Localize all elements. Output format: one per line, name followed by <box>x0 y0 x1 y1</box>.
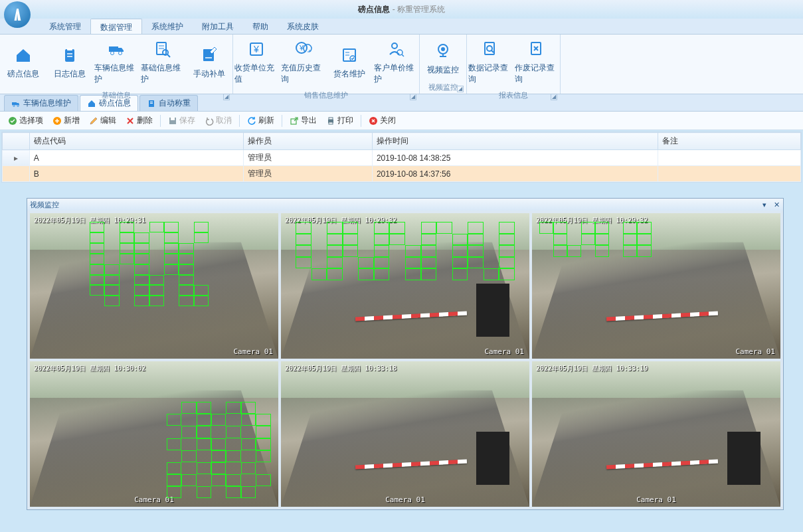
table-cell: B <box>29 166 244 182</box>
ribbon-btn-label: 数据记录查询 <box>468 62 512 85</box>
table-row[interactable]: B管理员2019-10-08 14:37:56 <box>3 166 801 182</box>
select-button[interactable]: 选择项 <box>4 114 47 128</box>
table-cell: 2019-10-08 14:38:25 <box>372 150 658 166</box>
camera-feed-2[interactable]: 2022年05月19日 星期四 10:29:32Camera 01 <box>281 213 529 359</box>
expand-icon[interactable]: ◢ <box>223 94 230 100</box>
row-indicator-header <box>3 133 30 150</box>
app-logo-icon <box>4 1 31 28</box>
video-panel-titlebar[interactable]: 视频监控 ▾ ✕ <box>27 199 783 211</box>
expand-icon[interactable]: ◢ <box>410 94 416 100</box>
svg-point-6 <box>119 52 122 55</box>
ribbon-group-label: 报表信息◢ <box>467 89 560 102</box>
pound-info-button[interactable]: 磅点信息 <box>0 35 46 89</box>
video-monitor-button[interactable]: 视频监控 <box>420 35 466 81</box>
svg-point-5 <box>111 52 114 55</box>
data-grid[interactable]: 磅点代码操作员操作时间备注 ▸A管理员2019-10-08 14:38:25B管… <box>2 132 801 182</box>
data-grid-container: 磅点代码操作员操作时间备注 ▸A管理员2019-10-08 14:38:25B管… <box>1 132 802 183</box>
tb-label: 选择项 <box>19 115 43 126</box>
delete-button[interactable]: 删除 <box>122 114 157 128</box>
plus-orange-icon <box>52 116 62 126</box>
menu-item-0[interactable]: 系统管理 <box>40 19 90 34</box>
svg-point-26 <box>441 47 445 51</box>
camera-feed-3[interactable]: 2022年05月19日 星期四 10:29:32Camera 01 <box>532 213 780 359</box>
row-indicator <box>3 166 30 182</box>
void-record-button[interactable]: 作废记录查询 <box>513 35 560 89</box>
camera-feed-5[interactable]: 2022年05月19日 星期四 10:33:18Camera 01 <box>281 361 529 507</box>
add-button[interactable]: 新增 <box>48 114 84 128</box>
column-header[interactable]: 操作时间 <box>372 133 658 150</box>
refresh-button[interactable]: 刷新 <box>243 114 278 128</box>
svg-line-11 <box>167 54 170 57</box>
camera-feed-4[interactable]: 2022年05月19日 星期四 10:30:02Camera 01 <box>30 361 278 507</box>
print-icon <box>326 116 335 126</box>
ribbon-group-label: 视频监控◢ <box>420 81 466 94</box>
svg-point-34 <box>13 104 15 106</box>
svg-rect-42 <box>171 118 175 120</box>
column-header[interactable]: 备注 <box>658 133 800 150</box>
menubar: 系统管理数据管理系统维护附加工具帮助系统皮肤 <box>0 19 803 35</box>
menu-item-2[interactable]: 系统维护 <box>142 19 193 34</box>
expand-icon[interactable]: ◢ <box>457 86 464 92</box>
menu-item-1[interactable]: 数据管理 <box>90 19 142 34</box>
column-header[interactable]: 磅点代码 <box>29 133 244 150</box>
log-info-button[interactable]: 日志信息 <box>46 35 93 89</box>
camera-device <box>476 284 509 337</box>
svg-text:¥: ¥ <box>253 44 259 54</box>
refresh-icon <box>247 116 256 126</box>
camera-feed-1[interactable]: 2022年05月19日 星期四 10:29:31Camera 01 <box>30 213 278 359</box>
svg-rect-45 <box>329 118 333 120</box>
doc-search-icon <box>152 39 173 60</box>
timestamp-overlay: 2022年05月19日 星期四 10:33:19 <box>536 364 648 373</box>
yen-icon: ¥ <box>246 39 267 60</box>
user-search-icon <box>385 39 406 60</box>
svg-line-29 <box>491 50 493 52</box>
vehicle-info-button[interactable]: 车辆信息维护 <box>93 35 139 89</box>
close-button[interactable]: 关闭 <box>365 114 400 128</box>
export-button[interactable]: 导出 <box>286 114 321 128</box>
recharge-button[interactable]: ¥收货单位充值 <box>233 35 280 89</box>
basic-info-button[interactable]: 基础信息维护 <box>139 35 186 89</box>
table-row[interactable]: ▸A管理员2019-10-08 14:38:25 <box>3 150 801 166</box>
manual-add-button[interactable]: 手动补单 <box>186 35 232 89</box>
ribbon-btn-label: 磅点信息 <box>7 68 39 80</box>
list-check-icon <box>339 44 360 66</box>
print-button[interactable]: 打印 <box>322 114 357 128</box>
video-grid: 2022年05月19日 星期四 10:29:31Camera 012022年05… <box>27 211 783 509</box>
menu-item-4[interactable]: 帮助 <box>243 19 278 34</box>
camera-feed-6[interactable]: 2022年05月19日 星期四 10:33:19Camera 01 <box>532 361 780 507</box>
column-header[interactable]: 操作员 <box>244 133 373 150</box>
recharge-history-button[interactable]: ¥充值历史查询 <box>280 35 326 89</box>
goods-maintain-button[interactable]: 货名维护 <box>326 35 373 89</box>
ribbon-group-label: 销售信息维护◢ <box>233 89 419 102</box>
svg-point-22 <box>392 43 397 48</box>
save-button: 保存 <box>164 114 199 128</box>
svg-point-28 <box>487 46 492 51</box>
undo-icon <box>205 116 214 126</box>
separator <box>361 115 361 127</box>
pencil-icon <box>89 116 98 126</box>
camera-device <box>727 432 760 485</box>
pin-icon[interactable]: ▾ <box>760 201 768 209</box>
menu-item-5[interactable]: 系统皮肤 <box>278 19 328 34</box>
ribbon-btn-label: 充值历史查询 <box>281 62 325 85</box>
svg-rect-4 <box>109 46 118 52</box>
expand-icon[interactable]: ◢ <box>551 94 557 100</box>
tb-label: 关闭 <box>380 115 396 126</box>
svg-rect-46 <box>329 122 333 124</box>
table-cell <box>658 166 800 182</box>
window-title-sub: - 称重管理系统 <box>393 4 445 15</box>
ribbon-btn-label: 手动补单 <box>193 68 225 80</box>
data-record-button[interactable]: 数据记录查询 <box>467 35 513 89</box>
svg-rect-1 <box>67 48 72 50</box>
table-cell: A <box>29 150 244 166</box>
edit-button[interactable]: 编辑 <box>85 114 120 128</box>
video-monitor-panel[interactable]: 视频监控 ▾ ✕ 2022年05月19日 星期四 10:29:31Camera … <box>27 198 784 510</box>
camera-label: Camera 01 <box>735 347 775 356</box>
ribbon-btn-label: 作废记录查询 <box>515 62 559 85</box>
doc-x-icon <box>526 39 547 60</box>
menu-item-3[interactable]: 附加工具 <box>193 19 243 34</box>
close-icon[interactable]: ✕ <box>772 201 780 209</box>
clipboard-icon <box>59 44 80 66</box>
customer-price-button[interactable]: 客户单价维护 <box>373 35 419 89</box>
ribbon-group-1: ¥收货单位充值¥充值历史查询货名维护客户单价维护销售信息维护◢ <box>233 35 420 94</box>
